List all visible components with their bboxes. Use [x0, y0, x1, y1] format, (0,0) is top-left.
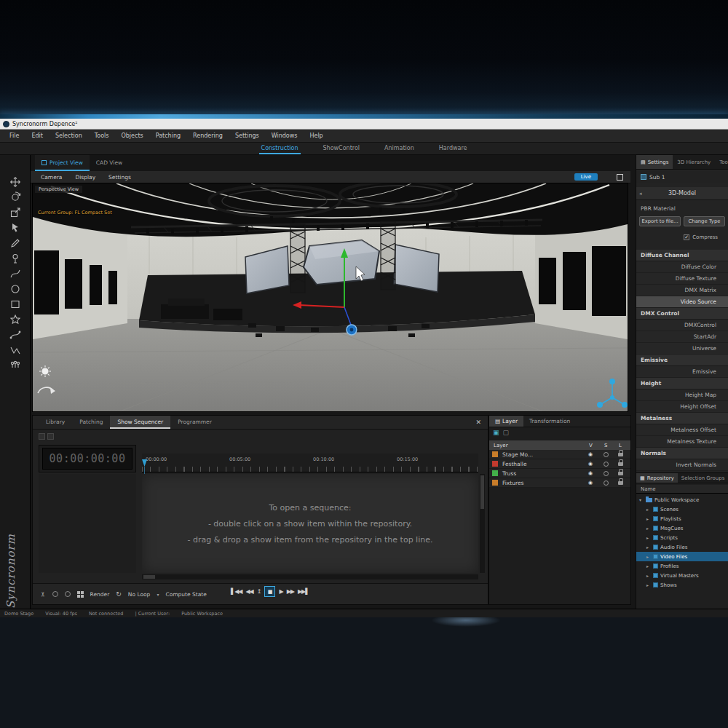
render-button[interactable]: Render — [90, 591, 110, 598]
sequencer-option-button-2[interactable] — [47, 433, 54, 440]
tree-row-audio-files[interactable]: ▸ Audio Files — [636, 542, 728, 552]
lock-icon[interactable] — [618, 481, 623, 485]
tab-project-view[interactable]: Project View — [35, 155, 90, 171]
solo-icon[interactable] — [604, 480, 609, 486]
layer-row-stage-model[interactable]: Stage Mo... ◉ — [489, 450, 630, 459]
menu-item-windows[interactable]: Windows — [272, 132, 298, 139]
group-diffuse-channel[interactable]: Diffuse Channel — [636, 250, 728, 261]
visibility-eye-icon[interactable]: ◉ — [588, 470, 593, 476]
select-tool-button[interactable] — [0, 220, 31, 235]
solo-icon[interactable] — [604, 462, 609, 467]
expand-arrow-icon[interactable]: ▸ — [646, 563, 651, 569]
play-button[interactable]: ▶ — [279, 588, 282, 595]
move-tool-button[interactable] — [0, 174, 31, 189]
menu-item-patching[interactable]: Patching — [156, 132, 181, 139]
tree-row-video-files[interactable]: ▸ Video Files — [636, 552, 728, 561]
export-tool-button[interactable] — [0, 205, 31, 220]
tab-programmer[interactable]: Programmer — [170, 416, 219, 429]
tab-animation[interactable]: Animation — [382, 143, 416, 154]
add-layer-icon[interactable]: ▣ — [493, 430, 499, 436]
menu-item-objects[interactable]: Objects — [121, 132, 143, 139]
expand-arrow-icon[interactable]: ▸ — [646, 554, 651, 559]
display-menu[interactable]: Display — [75, 174, 95, 181]
prop-universe[interactable]: Universe — [636, 343, 728, 355]
display-mode-icon[interactable] — [617, 174, 623, 181]
menu-item-edit[interactable]: Edit — [31, 132, 43, 139]
expand-arrow-icon[interactable]: ▾ — [639, 497, 644, 502]
tree-row-virtual-masters[interactable]: ▸ Virtual Masters — [636, 571, 728, 580]
horizontal-scrollbar-thumb[interactable] — [143, 575, 155, 579]
polyline-tool-button[interactable] — [0, 342, 31, 357]
section-header-3d-model[interactable]: ◂ 3D-Model — [636, 187, 728, 200]
expand-arrow-icon[interactable]: ▸ — [646, 545, 651, 550]
sequencer-option-button-1[interactable] — [39, 433, 45, 440]
fixture-group-tool-button[interactable] — [0, 357, 31, 373]
menu-item-file[interactable]: File — [9, 132, 19, 139]
fast-forward-button[interactable]: ▶▶ — [287, 588, 294, 595]
layer-row-fixtures[interactable]: Fixtures ◉ — [489, 478, 630, 488]
menu-item-rendering[interactable]: Rendering — [193, 132, 223, 139]
menu-item-tools[interactable]: Tools — [95, 132, 109, 139]
tab-show-sequencer[interactable]: Show Sequencer — [110, 416, 170, 429]
record-dot-button-2[interactable] — [65, 591, 71, 597]
pin-tool-button[interactable] — [0, 250, 31, 266]
settings-menu[interactable]: Settings — [108, 174, 131, 181]
layer-row-truss[interactable]: Truss ◉ — [489, 469, 630, 478]
expand-arrow-icon[interactable]: ▸ — [646, 535, 651, 540]
close-panel-icon[interactable]: ✕ — [475, 419, 481, 426]
remove-layer-icon[interactable]: ▢ — [503, 430, 510, 436]
rewind-button[interactable]: ◀◀ — [245, 588, 253, 595]
tab-layer[interactable]: ▤ Layer — [489, 416, 523, 427]
tree-row-msgcues[interactable]: ▸ MsgCues — [636, 523, 728, 533]
change-type-button[interactable]: Change Type — [684, 216, 725, 226]
solo-icon[interactable] — [604, 471, 609, 476]
expand-arrow-icon[interactable]: ▸ — [646, 573, 651, 578]
record-dot-button-1[interactable] — [52, 591, 58, 597]
curve-tool-button[interactable] — [0, 327, 31, 342]
expand-arrow-icon[interactable]: ▸ — [646, 516, 651, 521]
prop-metalness-offset[interactable]: Metalness Offset — [636, 424, 728, 436]
collapse-arrow-icon[interactable]: ◂ — [639, 191, 642, 197]
prop-diffuse-texture[interactable]: Diffuse Texture — [636, 273, 728, 285]
lock-icon[interactable] — [618, 453, 623, 456]
lock-icon[interactable] — [618, 462, 623, 466]
tree-row-public-workspace[interactable]: ▾ Public Workspace — [636, 495, 728, 505]
timeline-ruler[interactable]: 00:00:00 00:05:00 00:10:00 00:15:00 — [142, 454, 478, 472]
prop-startadr[interactable]: StartAdr — [636, 331, 728, 343]
viewport-3d[interactable]: Perspective View Current Group: FL Compa… — [33, 183, 628, 411]
titlebar[interactable]: Syncronorm Depence² — [0, 119, 728, 130]
lock-icon[interactable] — [618, 472, 623, 475]
prop-diffuse-color[interactable]: Diffuse Color — [636, 261, 728, 273]
menu-item-help[interactable]: Help — [309, 132, 323, 139]
tab-selection-groups[interactable]: Selection Groups — [678, 473, 728, 483]
orbit-tool-button[interactable] — [0, 189, 31, 205]
prop-height-offset[interactable]: Height Offset — [636, 401, 728, 413]
selected-object-row[interactable]: Sub 1 — [636, 171, 728, 183]
3d-scene[interactable] — [33, 183, 628, 411]
camera-menu[interactable]: Camera — [41, 174, 62, 181]
horizontal-scrollbar[interactable] — [142, 574, 478, 579]
expand-arrow-icon[interactable]: ▸ — [646, 582, 651, 587]
skip-end-button[interactable]: ▶▶▌ — [298, 588, 309, 595]
visibility-eye-icon[interactable]: ◉ — [588, 480, 593, 486]
solo-icon[interactable] — [604, 452, 609, 457]
tree-row-playlists[interactable]: ▸ Playlists — [636, 514, 728, 523]
prop-video-source[interactable]: Video Source — [636, 296, 728, 308]
tab-patching[interactable]: Patching — [72, 416, 110, 429]
tree-row-profiles[interactable]: ▸ Profiles — [636, 561, 728, 571]
skip-start-button[interactable]: ▌◀◀ — [231, 588, 242, 595]
spline-tool-button[interactable] — [0, 266, 31, 281]
group-metalness[interactable]: Metalness — [636, 413, 728, 424]
prop-dmxcontrol[interactable]: DMXControl — [636, 320, 728, 331]
expand-arrow-icon[interactable]: ▸ — [646, 526, 651, 531]
prop-emissive[interactable]: Emissive — [636, 366, 728, 378]
compute-state-button[interactable]: Compute State — [165, 591, 206, 598]
tab-hardware[interactable]: Hardware — [437, 143, 470, 154]
layer-row-festhalle[interactable]: Festhalle ◉ — [489, 459, 630, 469]
prop-metalness-texture[interactable]: Metalness Texture — [636, 436, 728, 448]
export-to-file-button[interactable]: Export to file... — [639, 216, 681, 226]
rectangle-tool-button[interactable] — [0, 296, 31, 312]
tree-row-scripts[interactable]: ▸ Scripts — [636, 533, 728, 542]
tab-transformation[interactable]: Transformation — [523, 416, 576, 427]
group-emissive[interactable]: Emissive — [636, 355, 728, 366]
